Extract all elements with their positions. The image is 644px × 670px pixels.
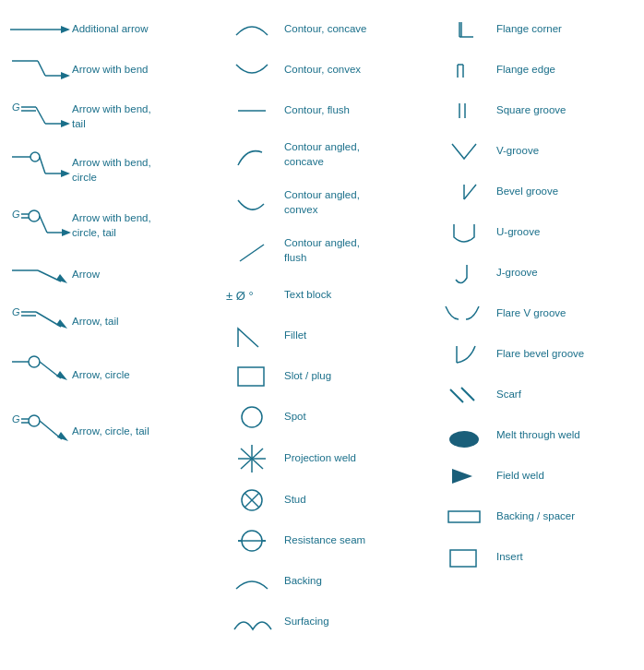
contour-angled-convex-symbol [220, 187, 284, 219]
svg-text:G: G [12, 413, 20, 425]
list-item: Arrow, circle [4, 349, 216, 402]
u-groove-symbol [432, 219, 496, 246]
svg-rect-45 [238, 367, 264, 386]
list-item: Spot [216, 397, 428, 437]
svg-line-43 [240, 245, 264, 261]
arrow-with-bend-circle-tail-label: Arrow with bend, circle, tail [72, 211, 212, 240]
list-item: Flange corner [428, 9, 640, 50]
list-item: Backing [216, 561, 428, 602]
list-item: Additional arrow [4, 9, 216, 50]
svg-rect-74 [450, 550, 476, 567]
list-item: Fillet [216, 316, 428, 356]
field-weld-label: Field weld [496, 469, 637, 484]
svg-marker-31 [56, 319, 67, 329]
flange-corner-symbol [432, 17, 496, 42]
list-item: Arrow [4, 255, 216, 295]
additional-arrow-label: Additional arrow [72, 22, 212, 37]
list-item: Stud [216, 480, 428, 520]
resistance-seam-label: Resistance seam [284, 533, 424, 548]
svg-line-70 [461, 388, 474, 401]
contour-angled-concave-label: Contour angled, concave [284, 140, 424, 169]
square-groove-symbol [432, 98, 496, 124]
svg-text:G: G [12, 102, 20, 113]
surfacing-symbol [220, 609, 284, 635]
list-item: Flange edge [428, 50, 640, 90]
j-groove-label: J-groove [496, 266, 637, 281]
list-item: Flare V groove [428, 293, 640, 334]
svg-point-71 [449, 431, 479, 448]
svg-point-20 [29, 210, 40, 221]
backing-spacer-symbol [432, 504, 496, 530]
arrow-label: Arrow [72, 268, 212, 282]
resistance-seam-symbol [220, 525, 284, 556]
spot-symbol [220, 401, 284, 433]
backing-spacer-label: Backing / spacer [496, 509, 637, 524]
list-item: Contour angled, flush [216, 227, 428, 275]
list-item: U-groove [428, 212, 640, 253]
contour-angled-concave-symbol [220, 139, 284, 171]
list-item: Contour angled, convex [216, 179, 428, 227]
svg-marker-35 [56, 371, 67, 380]
list-item: Flare bevel groove [428, 334, 640, 375]
flare-bevel-groove-label: Flare bevel groove [496, 347, 637, 362]
arrow-symbol [7, 261, 72, 289]
arrow-with-bend-circle-symbol [7, 148, 72, 194]
list-item: V-groove [428, 131, 640, 172]
list-item: Contour, flush [216, 90, 428, 131]
contour-convex-symbol [220, 57, 284, 83]
svg-line-3 [38, 61, 45, 76]
contour-flush-label: Contour, flush [284, 103, 424, 118]
scarf-label: Scarf [496, 388, 637, 402]
list-item: Contour angled, concave [216, 131, 428, 179]
contour-angled-flush-symbol [220, 235, 284, 267]
arrow-tail-symbol: G [7, 299, 72, 345]
stud-symbol [220, 484, 284, 517]
list-item: J-groove [428, 253, 640, 293]
list-item: Backing / spacer [428, 497, 640, 537]
projection-weld-label: Projection weld [284, 451, 424, 466]
bevel-groove-label: Bevel groove [496, 185, 637, 199]
col-grooves: Flange corner Flange edge Square groo [428, 9, 640, 642]
backing-label: Backing [284, 574, 424, 589]
svg-rect-73 [448, 511, 480, 522]
list-item: Surfacing [216, 602, 428, 642]
flange-edge-symbol [432, 57, 496, 83]
v-groove-label: V-groove [496, 144, 637, 159]
square-groove-label: Square groove [496, 103, 637, 118]
arrow-circle-symbol [7, 353, 72, 399]
flare-v-groove-label: Flare V groove [496, 306, 637, 321]
list-item: Insert [428, 537, 640, 578]
list-item: Slot / plug [216, 356, 428, 397]
list-item: Field weld [428, 456, 640, 497]
list-item: G Arrow, tail [4, 295, 216, 349]
list-item: Resistance seam [216, 520, 428, 561]
j-groove-symbol [432, 259, 496, 287]
list-item: Contour, convex [216, 50, 428, 90]
flare-bevel-groove-symbol [432, 341, 496, 368]
contour-angled-convex-label: Contour angled, convex [284, 188, 424, 217]
scarf-symbol [432, 382, 496, 408]
svg-point-39 [29, 415, 40, 426]
svg-line-9 [36, 107, 45, 124]
additional-arrow-symbol [7, 20, 72, 39]
arrow-circle-tail-symbol: G [7, 406, 72, 458]
insert-symbol [432, 544, 496, 570]
svg-text:± Ø °: ± Ø ° [226, 289, 254, 303]
list-item: Arrow with bend, circle [4, 144, 216, 197]
surfacing-label: Surfacing [284, 615, 424, 629]
projection-weld-symbol [220, 441, 284, 476]
svg-line-67 [464, 185, 476, 199]
flare-v-groove-symbol [432, 301, 496, 327]
list-item: ± Ø ° Text block [216, 275, 428, 316]
svg-point-33 [29, 356, 40, 367]
svg-marker-72 [452, 469, 472, 484]
contour-flush-symbol [220, 102, 284, 120]
svg-line-69 [450, 389, 463, 402]
fillet-label: Fillet [284, 329, 424, 343]
insert-label: Insert [496, 550, 637, 565]
svg-marker-5 [61, 72, 70, 79]
col-welds: Contour, concave Contour, convex Contour… [216, 9, 428, 642]
main-grid: Additional arrow Arrow with bend G [0, 0, 644, 652]
svg-text:G: G [12, 209, 20, 220]
flange-corner-label: Flange corner [496, 22, 637, 37]
